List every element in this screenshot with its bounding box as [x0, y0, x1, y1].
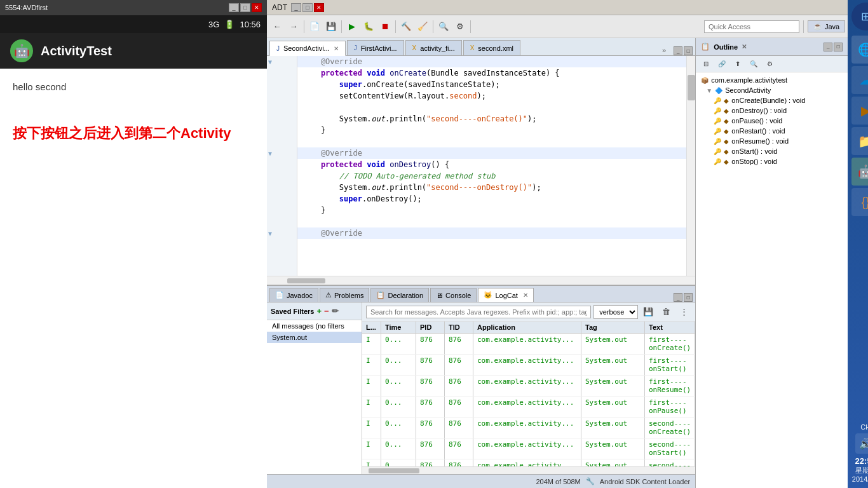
logcat-row[interactable]: I 0... 876 876 com.example.activity... S… [362, 396, 695, 417]
editor-minimize[interactable]: _ [674, 46, 682, 55]
outline-onpause[interactable]: 🔑 ◆ onPause() : void [696, 116, 848, 126]
java-icon: ☕ [813, 22, 822, 30]
logcat-label: LogCat [495, 292, 517, 299]
method-lock-icon-6: 🔑 [714, 148, 721, 155]
logcat-row[interactable]: I 0... 876 876 com.example.activity... S… [362, 355, 695, 376]
logcat-search-input[interactable] [366, 306, 591, 318]
outline-onrestart[interactable]: 🔑 ◆ onRestart() : void [696, 126, 848, 136]
row-time: 0... [381, 417, 416, 438]
vertical-scrollbar[interactable] [686, 56, 695, 276]
ide-close-button[interactable]: ✕ [314, 3, 324, 12]
refactor-button[interactable]: ⚙ [452, 19, 468, 34]
ide-minimize-button[interactable]: _ [291, 3, 301, 12]
filter-all-messages[interactable]: All messages (no filters [267, 320, 362, 332]
outline-onstop[interactable]: 🔑 ◆ onStop() : void [696, 156, 848, 166]
outline-settings[interactable]: ⚙ [762, 57, 777, 72]
fold-arrow-2[interactable]: ▼ [268, 150, 272, 157]
bottom-maximize[interactable]: □ [684, 293, 693, 302]
quick-access-input[interactable] [704, 20, 799, 33]
tab-first-activity[interactable]: J FirstActivi... [347, 40, 404, 55]
logcat-row[interactable]: I 0... 876 876 com.example.activity... S… [362, 376, 695, 396]
clean-button[interactable]: 🧹 [415, 19, 430, 34]
tab-console[interactable]: 🖥 Console [430, 288, 477, 302]
logcat-row[interactable]: I 0... 876 876 com.example.activity... S… [362, 438, 695, 459]
outline-onstart[interactable]: 🔑 ◆ onStart() : void [696, 146, 848, 156]
fold-arrow[interactable]: ▼ [268, 58, 272, 65]
search-button[interactable]: 🔍 [436, 19, 451, 34]
logcat-save-button[interactable]: 💾 [641, 304, 656, 320]
stop-button[interactable]: ⏹ [377, 19, 393, 34]
bottom-minimize[interactable]: _ [674, 293, 682, 302]
maximize-button[interactable]: □ [240, 3, 250, 12]
row-app: com.example.activity... [473, 355, 581, 375]
logcat-close[interactable]: ✕ [523, 292, 528, 299]
editor-maximize[interactable]: □ [684, 46, 693, 55]
folder-icon[interactable]: 📁 [851, 127, 868, 155]
method-lock-icon-4: 🔑 [714, 128, 721, 135]
minimize-button[interactable]: _ [229, 3, 239, 12]
debug-button[interactable]: 🐛 [361, 19, 376, 34]
outline-collapse-all[interactable]: ⊟ [698, 57, 714, 72]
toolbar-sep-5 [470, 20, 471, 33]
logcat-level-dropdown[interactable]: verbose debug info warn error [593, 305, 638, 319]
filter-system-out[interactable]: System.out [267, 332, 362, 343]
tab-activity-fi[interactable]: X activity_fi... [405, 40, 462, 55]
method-icon: ◆ [724, 97, 729, 104]
code-line: System.out.println("second----onCreate()… [297, 113, 686, 125]
tab-close-second[interactable]: ✕ [334, 45, 339, 52]
row-text: first----onPause() [645, 396, 695, 417]
android-sdk-icon[interactable]: 🤖 [851, 158, 868, 186]
skydrive-icon[interactable]: ☁ [851, 66, 868, 94]
code-content[interactable]: @Override protected void onCreate(Bundle… [297, 56, 686, 276]
tabs-overflow[interactable]: » [658, 45, 670, 55]
build-button[interactable]: 🔨 [398, 19, 414, 34]
close-button[interactable]: ✕ [252, 3, 262, 12]
back-button[interactable]: ← [269, 19, 285, 34]
logcat-clear-button[interactable]: 🗑 [658, 304, 674, 320]
outline-sort[interactable]: ⬆ [730, 57, 745, 72]
outline-ondestroy[interactable]: 🔑 ◆ onDestroy() : void [696, 105, 848, 116]
language-indicator[interactable]: CH [860, 423, 868, 431]
logcat-table[interactable]: L... Time PID TID Application Tag Text I… [362, 322, 695, 466]
package-icon: 📦 [701, 77, 709, 84]
logcat-row[interactable]: I 0... 876 876 com.example.activity... S… [362, 459, 695, 466]
java-perspective-button[interactable]: ☕ Java [808, 20, 845, 32]
media-icon[interactable]: ▶ [851, 97, 868, 125]
ide-icon-taskbar[interactable]: {} [851, 188, 868, 216]
horizontal-scrollbar[interactable] [267, 276, 695, 285]
outline-package[interactable]: 📦 com.example.activitytest [696, 75, 848, 85]
volume-icon[interactable]: 🔊 [855, 433, 868, 454]
tab-declaration[interactable]: 📋 Declaration [370, 288, 429, 302]
new-button[interactable]: 📄 [307, 19, 322, 34]
start-button[interactable]: ⊞ [851, 3, 868, 30]
tab-second-xml[interactable]: X second.xml [463, 40, 520, 55]
ie-icon[interactable]: 🌐 [851, 36, 868, 64]
tab-problems[interactable]: ⚠ Problems [320, 288, 369, 302]
logcat-options-button[interactable]: ⋮ [676, 304, 691, 320]
android-app-header: 🤖 ActivityTest [0, 33, 267, 69]
tab-javadoc[interactable]: 📄 Javadoc [269, 288, 318, 302]
outline-minimize[interactable]: _ [824, 43, 832, 51]
fold-arrow-3[interactable]: ▼ [268, 230, 272, 237]
outline-link[interactable]: 🔗 [714, 57, 729, 72]
outline-oncreate[interactable]: 🔑 ◆ onCreate(Bundle) : void [696, 95, 848, 105]
onstart-label: onStart() : void [731, 147, 777, 155]
save-button[interactable]: 💾 [323, 19, 339, 34]
logcat-row[interactable]: I 0... 876 876 com.example.activity... S… [362, 334, 695, 355]
add-filter-button[interactable]: + [316, 306, 322, 316]
edit-filter-button[interactable]: ✏ [332, 306, 339, 316]
outline-class[interactable]: ▼ 🔷 SecondActivity [696, 85, 848, 95]
logcat-scrollbar-h[interactable] [362, 466, 695, 474]
outline-filter[interactable]: 🔍 [746, 57, 761, 72]
run-button[interactable]: ▶ [344, 19, 360, 34]
logcat-row[interactable]: I 0... 876 876 com.example.activity... S… [362, 417, 695, 438]
remove-filter-button[interactable]: − [324, 306, 329, 316]
outline-maximize[interactable]: □ [834, 43, 843, 51]
outline-close-icon[interactable]: ✕ [742, 43, 747, 50]
onstop-label: onStop() : void [731, 158, 777, 165]
ide-maximize-button[interactable]: □ [302, 3, 313, 12]
outline-onresume[interactable]: 🔑 ◆ onResume() : void [696, 136, 848, 146]
tab-logcat[interactable]: 🐱 LogCat ✕ [478, 288, 533, 302]
forward-button[interactable]: → [286, 19, 301, 34]
tab-second-activity[interactable]: J SecondActivi... ✕ [269, 41, 346, 56]
